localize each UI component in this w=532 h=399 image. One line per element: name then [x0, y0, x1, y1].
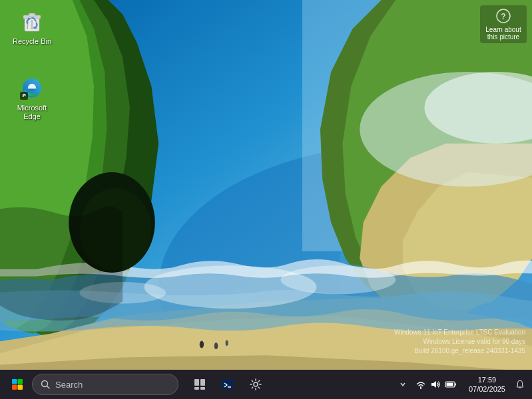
svg-rect-37 [446, 383, 453, 386]
svg-point-13 [214, 342, 218, 349]
svg-line-28 [47, 386, 50, 389]
settings-button[interactable] [242, 372, 269, 396]
svg-text:?: ? [501, 12, 505, 21]
svg-rect-30 [200, 379, 205, 386]
svg-point-14 [226, 340, 228, 346]
svg-rect-33 [222, 380, 233, 389]
clock[interactable]: 17:59 07/02/2025 [463, 372, 511, 396]
system-tray: 17:59 07/02/2025 [397, 372, 527, 396]
terminal-button[interactable] [214, 372, 241, 396]
svg-rect-26 [18, 385, 23, 390]
svg-rect-17 [29, 13, 35, 17]
svg-rect-24 [18, 379, 23, 384]
recycle-bin-label: Recycle Bin [13, 37, 51, 46]
svg-point-12 [200, 341, 204, 348]
taskbar-pinned-apps [186, 372, 394, 396]
svg-rect-23 [12, 379, 17, 384]
svg-rect-32 [200, 387, 205, 390]
svg-rect-39 [515, 380, 525, 389]
time-display: 17:59 [478, 375, 497, 384]
search-text: Search [55, 380, 83, 390]
volume-icon [430, 379, 441, 390]
notifications-icon [515, 380, 525, 389]
learn-about-label: Learn aboutthis picture [485, 26, 521, 41]
wifi-icon [415, 379, 426, 390]
task-view-button[interactable] [186, 372, 213, 396]
date-display: 07/02/2025 [469, 384, 505, 394]
svg-point-35 [254, 382, 258, 386]
battery-icon [445, 379, 457, 390]
search-bar[interactable]: Search [32, 374, 178, 395]
svg-rect-29 [194, 379, 199, 386]
microsoft-edge-label: Microsoft Edge [8, 104, 56, 121]
taskbar: Search [0, 370, 532, 399]
learn-about-picture-button[interactable]: ? Learn aboutthis picture [480, 5, 527, 43]
desktop: Windows 11 IoT Enterprise LTSC Evaluatio… [0, 0, 532, 399]
show-hidden-icons-button[interactable] [397, 372, 409, 396]
start-button[interactable] [5, 372, 29, 396]
svg-rect-31 [194, 387, 199, 390]
microsoft-edge-icon[interactable]: Microsoft Edge [5, 72, 59, 124]
tray-icons[interactable] [411, 372, 461, 396]
search-icon [41, 380, 50, 389]
notifications-button[interactable] [513, 372, 527, 396]
svg-point-6 [281, 265, 396, 294]
svg-rect-25 [12, 385, 17, 390]
svg-rect-38 [455, 384, 456, 386]
recycle-bin-icon[interactable]: Recycle Bin [5, 5, 59, 49]
